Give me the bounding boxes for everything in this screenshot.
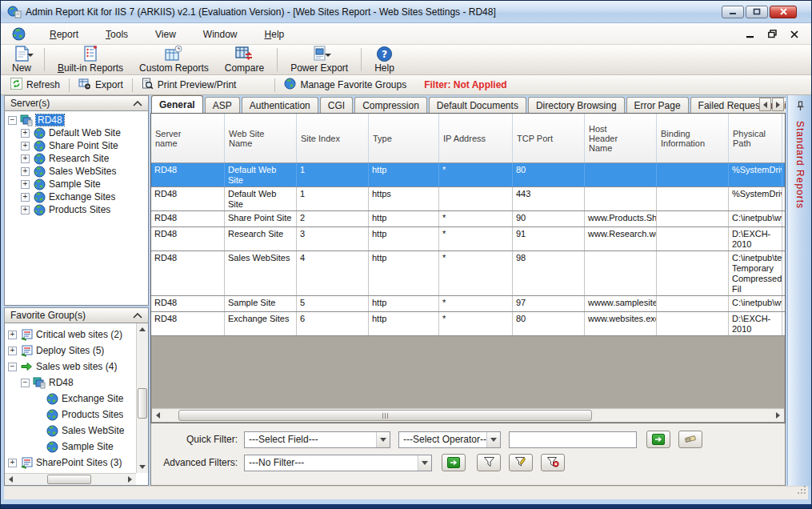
close-button[interactable] [770,6,797,18]
expand-expander-icon[interactable]: + [21,142,30,150]
quick-filter-operator-dropdown[interactable]: ---Select Operator--- [398,431,501,448]
chevron-down-icon[interactable] [418,455,431,471]
new-filter-button[interactable] [477,454,501,471]
tab-asp[interactable]: ASP [205,97,240,113]
tree-item-label[interactable]: Sample Site [62,441,114,452]
standard-reports-strip[interactable]: Standard Reports [787,95,811,486]
dropdown-caret-icon[interactable] [325,54,331,57]
custom-reports-button[interactable]: Custom Reports [131,46,217,74]
tree-item[interactable]: +Exchange Sites [5,190,148,203]
table-row[interactable]: RD48Sales WebSites4http*98C:\inetpub\tem… [151,251,785,296]
expand-expander-icon[interactable]: + [8,459,17,467]
tree-item[interactable]: +Sample Site [5,178,148,190]
menu-item-help[interactable]: Help [255,26,294,43]
help-button[interactable]: ?Help [366,46,402,74]
clear-quick-filter-button[interactable] [678,431,702,448]
column-header[interactable]: TCP Port [513,114,585,162]
menu-item-report[interactable]: Report [40,26,88,43]
tree-item[interactable]: Exchange Site [5,391,136,407]
tree-item[interactable]: +Critical web sites (2) [5,327,136,343]
tree-item[interactable]: +Sales WebSites [5,165,148,178]
edit-filter-button[interactable] [509,454,533,471]
mdi-minimize-icon[interactable] [744,29,755,38]
collapse-expander-icon[interactable]: − [8,116,17,125]
column-header[interactable]: Site Index [297,114,369,162]
tab-default-documents[interactable]: Default Documents [429,97,526,113]
tab-authentication[interactable]: Authentication [242,97,318,113]
menu-item-view[interactable]: View [146,26,186,43]
table-row[interactable]: RD48Research Site3http*91www.Research.we… [151,227,785,251]
favorites-vertical-scrollbar[interactable] [136,323,148,473]
favorites-panel-header[interactable]: Favorite Group(s) [4,307,149,323]
expand-expander-icon[interactable]: + [21,193,30,202]
manage-favorites-button[interactable]: Manage Favorite Groups [278,76,413,94]
tree-item-label[interactable]: Critical web sites (2) [36,329,122,340]
collapse-chevron-icon[interactable] [133,310,142,321]
tree-item[interactable]: +Default Web Site [5,126,148,139]
expand-expander-icon[interactable]: + [8,331,17,339]
tree-item[interactable]: Products Sites [5,407,136,423]
tab-scroll-right-icon[interactable] [772,98,784,111]
print-preview-button[interactable]: Print Preview/Print [135,76,243,94]
tree-item-label[interactable]: Sales WebSites [49,166,117,177]
standard-reports-tab[interactable]: Standard Reports [794,121,806,209]
apply-quick-filter-button[interactable] [646,431,670,448]
menu-item-window[interactable]: Window [194,26,247,43]
favorites-horizontal-scrollbar[interactable] [5,473,136,485]
menu-item-tools[interactable]: Tools [96,26,138,43]
dropdown-caret-icon[interactable] [27,54,34,57]
tree-item[interactable]: −RD48 [5,375,136,391]
power-export-button[interactable]: Power Export [282,46,356,74]
column-header[interactable]: Server name [151,114,225,162]
column-header[interactable]: Web Site Name [225,114,297,162]
column-header[interactable]: Physical Path [729,114,782,162]
scroll-left-icon[interactable] [152,409,164,422]
built-in-reports-button[interactable]: Built-in Reports [50,46,131,74]
tree-item[interactable]: −Sales web sites (4) [5,359,136,375]
tree-item-label[interactable]: Default Web Site [49,127,121,138]
refresh-button[interactable]: Refresh [4,76,66,94]
scroll-down-icon[interactable] [137,461,148,473]
tree-item-label[interactable]: Exchange Site [62,393,123,404]
tree-item-label[interactable]: Sales WebSite [62,425,125,436]
auto-hide-pin-icon[interactable] [794,100,805,114]
tree-item[interactable]: +SharePoint Sites (3) [5,455,136,471]
compare-button[interactable]: Compare [217,46,272,74]
tree-item[interactable]: −RD48 [5,114,148,126]
tree-item-label[interactable]: Exchange Sites [49,191,115,202]
tree-item-label[interactable]: SharePoint Sites (3) [36,457,122,468]
tab-directory-browsing[interactable]: Directory Browsing [528,97,625,113]
tree-item[interactable]: +Products Sites [5,203,148,216]
resize-grip-icon[interactable] [797,483,806,498]
minimize-button[interactable] [722,6,744,18]
tree-item-label[interactable]: RD48 [49,377,74,388]
tree-item[interactable]: +Share Point Site [5,139,148,152]
mdi-close-icon[interactable] [789,29,800,38]
expand-expander-icon[interactable]: + [8,347,17,355]
table-row[interactable]: RD48Share Point Site2http*90www.Products… [151,211,785,227]
tree-item-label[interactable]: Products Sites [49,204,110,215]
column-header[interactable]: Host Header Name [585,114,657,162]
delete-filter-button[interactable] [541,454,565,471]
tree-item[interactable]: Sales WebSite [5,423,136,439]
export-button[interactable]: Export [72,77,130,94]
chevron-down-icon[interactable] [376,432,390,447]
table-row[interactable]: RD48Exchange Sites6http*80www.websites.e… [151,312,785,336]
tree-item[interactable]: +Deploy Sites (5) [5,343,136,359]
tree-item[interactable]: Sample Site [5,439,136,455]
tree-item[interactable]: +Research Site [5,152,148,165]
tree-item-label[interactable]: Share Point Site [49,140,118,151]
column-header[interactable]: IP Address [439,114,513,162]
collapse-chevron-icon[interactable] [133,98,142,109]
tree-item-label[interactable]: RD48 [36,114,64,126]
servers-panel-header[interactable]: Server(s) [4,95,149,111]
collapse-expander-icon[interactable]: − [21,379,30,387]
quick-filter-value-input[interactable] [509,431,637,448]
grid-horizontal-scrollbar[interactable] [152,408,784,422]
apply-advanced-filter-button[interactable] [442,454,466,471]
restore-button[interactable] [746,6,768,18]
table-row[interactable]: RD48Default Web Site1https443%SystemDriv… [151,187,785,211]
scroll-left-icon[interactable] [5,474,17,485]
tree-item-label[interactable]: Deploy Sites (5) [36,345,104,356]
tab-scroll-left-icon[interactable] [759,98,771,111]
